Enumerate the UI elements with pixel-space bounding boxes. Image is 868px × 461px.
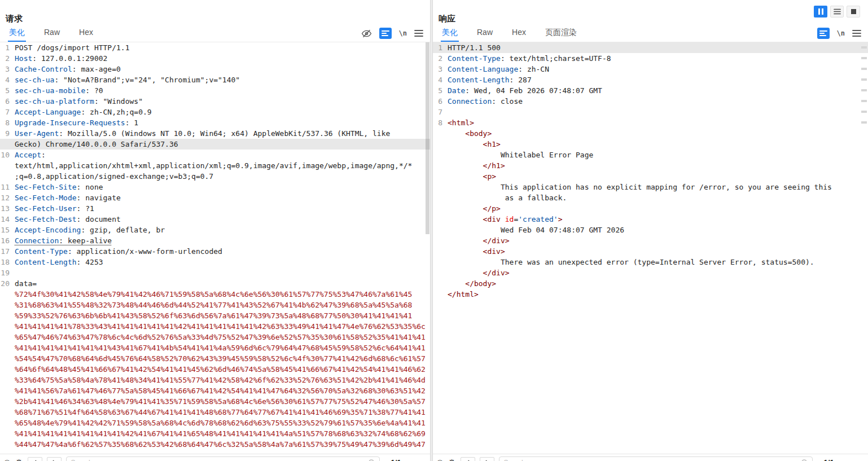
target-icon[interactable]: ◎ xyxy=(436,458,444,461)
editor-row[interactable]: 4sec-ch-ua: "Not=A?Brand";v="24", "Chrom… xyxy=(0,74,430,85)
request-scrollbar[interactable] xyxy=(426,42,429,234)
editor-row[interactable]: as a fallback. xyxy=(433,192,868,203)
editor-row[interactable]: 16Connection: keep-alive xyxy=(0,235,430,246)
format-decode-button[interactable] xyxy=(379,28,392,39)
editor-row[interactable]: </p> xyxy=(433,203,868,214)
editor-row[interactable]: 17Content-Type: application/x-www-form-u… xyxy=(0,246,430,257)
editor-row[interactable]: 7 xyxy=(433,107,868,117)
editor-row[interactable]: %2b%41%41%46%34%63%48%4e%79%41%41%35%71%… xyxy=(0,396,430,407)
editor-row[interactable]: 9User-Agent: Mozilla/5.0 (Windows NT 10.… xyxy=(0,128,430,139)
editor-row[interactable]: %65%47%46%74%63%47%78%6c%4c%6d%52%76%5a%… xyxy=(0,332,430,343)
pause-button[interactable] xyxy=(814,6,827,17)
line-number xyxy=(433,225,448,235)
editor-row[interactable]: <div> xyxy=(433,246,868,257)
editor-row[interactable]: </div> xyxy=(433,267,868,278)
editor-row[interactable]: 12Sec-Fetch-Mode: navigate xyxy=(0,192,430,203)
editor-row[interactable]: </h1> xyxy=(433,160,868,171)
line-number: 3 xyxy=(0,64,15,74)
editor-row[interactable]: %41%41%41%41%41%41%41%43%41%67%41%4b%54%… xyxy=(0,343,430,353)
editor-row[interactable]: 14Sec-Fetch-Dest: document xyxy=(0,214,430,225)
editor-row[interactable]: 6sec-ch-ua-platform: "Windows" xyxy=(0,96,430,107)
editor-row[interactable]: 3Content-Language: zh-CN xyxy=(433,64,868,74)
line-number: 6 xyxy=(0,96,15,107)
find-next-button[interactable] xyxy=(480,457,494,461)
menu-icon[interactable] xyxy=(414,29,423,37)
editor-row[interactable]: 13Sec-Fetch-User: ?1 xyxy=(0,203,430,214)
editor-row[interactable]: 20data= xyxy=(0,278,430,289)
gear-icon[interactable]: ⚙ xyxy=(15,458,23,461)
editor-row[interactable]: <div id='created'> xyxy=(433,214,868,225)
editor-row[interactable]: 6Connection: close xyxy=(433,96,868,107)
editor-row[interactable]: %64%6f%64%48%45%41%66%67%41%42%54%41%41%… xyxy=(0,364,430,375)
editor-row[interactable]: text/html,application/xhtml+xml,applicat… xyxy=(0,160,430,171)
search-input[interactable] xyxy=(66,456,380,461)
editor-row[interactable]: 2Content-Type: text/html;charset=UTF-8 xyxy=(433,53,868,64)
editor-row[interactable]: Wed Feb 04 07:48:07 GMT 2026 xyxy=(433,225,868,235)
editor-row[interactable]: <body> xyxy=(433,128,868,139)
editor-row[interactable]: 19 xyxy=(0,267,430,278)
editor-row[interactable]: 1HTTP/1.1 500 xyxy=(433,42,868,53)
editor-row[interactable]: %33%64%75%5a%58%4a%78%41%48%34%41%41%55%… xyxy=(0,375,430,385)
target-icon[interactable]: ◎ xyxy=(3,458,11,461)
tab-raw[interactable]: Raw xyxy=(476,25,494,42)
newline-toggle-icon[interactable]: \n xyxy=(399,29,407,37)
list-button[interactable] xyxy=(830,6,844,17)
find-prev-button[interactable] xyxy=(28,457,42,461)
editor-row[interactable]: %54%54%47%70%68%64%6d%45%76%64%58%52%70%… xyxy=(0,353,430,364)
search-input[interactable] xyxy=(499,456,813,461)
editor-row[interactable]: %41%41%56%7a%61%47%46%77%5a%58%45%41%66%… xyxy=(0,385,430,396)
tab-hex[interactable]: Hex xyxy=(78,25,94,42)
tab-raw[interactable]: Raw xyxy=(43,25,61,42)
editor-row[interactable]: </div> xyxy=(433,235,868,246)
menu-icon[interactable] xyxy=(852,29,861,37)
line-number xyxy=(433,246,448,257)
newline-toggle-icon[interactable]: \n xyxy=(837,29,845,37)
tab-pretty[interactable]: 美化 xyxy=(8,25,26,42)
editor-row[interactable]: %41%41%41%41%78%33%43%41%41%41%41%41%42%… xyxy=(0,321,430,332)
stop-button[interactable] xyxy=(847,6,860,17)
gear-icon[interactable]: ⚙ xyxy=(448,458,455,461)
editor-row[interactable]: 8Upgrade-Insecure-Requests: 1 xyxy=(0,117,430,128)
editor-row[interactable]: 5sec-ch-ua-mobile: ?0 xyxy=(0,85,430,96)
editor-row[interactable]: 11Sec-Fetch-Site: none xyxy=(0,182,430,192)
editor-row[interactable]: <h1> xyxy=(433,139,868,150)
editor-row[interactable]: </body> xyxy=(433,278,868,289)
request-editor[interactable]: 1POST /dogs/import HTTP/1.12Host: 127.0.… xyxy=(0,42,430,454)
editor-row[interactable]: This application has no explicit mapping… xyxy=(433,182,868,192)
tab-pretty[interactable]: 美化 xyxy=(441,25,459,42)
editor-row[interactable]: 2Host: 127.0.0.1:29002 xyxy=(0,53,430,64)
editor-row[interactable]: 15Accept-Encoding: gzip, deflate, br xyxy=(0,225,430,235)
hide-eye-icon[interactable] xyxy=(361,28,372,39)
find-next-button[interactable] xyxy=(47,457,62,461)
line-number: 6 xyxy=(433,96,448,107)
find-prev-button[interactable] xyxy=(461,457,475,461)
response-editor[interactable]: 1HTTP/1.1 5002Content-Type: text/html;ch… xyxy=(433,42,868,454)
editor-row[interactable]: %72%4f%30%41%42%58%4e%79%41%42%46%71%59%… xyxy=(0,289,430,300)
editor-row[interactable]: %31%68%63%41%55%48%32%73%48%44%46%6d%44%… xyxy=(0,300,430,310)
line-number xyxy=(0,171,15,182)
editor-row[interactable]: ;q=0.8,application/signed-exchange;v=b3;… xyxy=(0,171,430,182)
editor-row[interactable]: %41%41%41%41%41%41%41%41%42%41%67%41%41%… xyxy=(0,428,430,439)
tab-hex[interactable]: Hex xyxy=(511,25,527,42)
editor-row[interactable]: %59%33%52%76%63%6b%6b%41%43%58%52%6f%63%… xyxy=(0,310,430,321)
editor-row[interactable]: %68%71%67%51%4f%64%58%63%67%44%67%41%41%… xyxy=(0,407,430,418)
tab-render[interactable]: 页面渲染 xyxy=(544,25,578,42)
editor-row[interactable]: 18Content-Length: 4253 xyxy=(0,257,430,267)
editor-row[interactable]: Whitelabel Error Page xyxy=(433,150,868,160)
editor-row[interactable]: 5Date: Wed, 04 Feb 2026 07:48:07 GMT xyxy=(433,85,868,96)
editor-row[interactable]: 7Accept-Language: zh-CN,zh;q=0.9 xyxy=(0,107,430,117)
editor-row[interactable]: %65%48%4e%79%41%42%42%71%59%58%5a%68%4c%… xyxy=(0,418,430,428)
line-number xyxy=(433,289,448,300)
editor-row[interactable]: 4Content-Length: 287 xyxy=(433,74,868,85)
editor-row[interactable]: </html> xyxy=(433,289,868,300)
editor-row[interactable]: <p> xyxy=(433,171,868,182)
editor-row[interactable]: 8<html> xyxy=(433,117,868,128)
editor-row[interactable]: 1POST /dogs/import HTTP/1.1 xyxy=(0,42,430,53)
format-decode-button[interactable] xyxy=(817,28,830,39)
editor-row[interactable]: There was an unexpected error (type=Inte… xyxy=(433,257,868,267)
editor-row[interactable]: 10Accept: xyxy=(0,150,430,160)
editor-row[interactable]: Gecko) Chrome/140.0.0.0 Safari/537.36 xyxy=(0,139,430,150)
editor-row[interactable]: 3Cache-Control: max-age=0 xyxy=(0,64,430,74)
request-tabbar: 美化RawHex \n xyxy=(0,25,430,42)
editor-row[interactable]: %44%47%47%4a%6f%62%57%35%68%62%53%42%68%… xyxy=(0,439,430,450)
